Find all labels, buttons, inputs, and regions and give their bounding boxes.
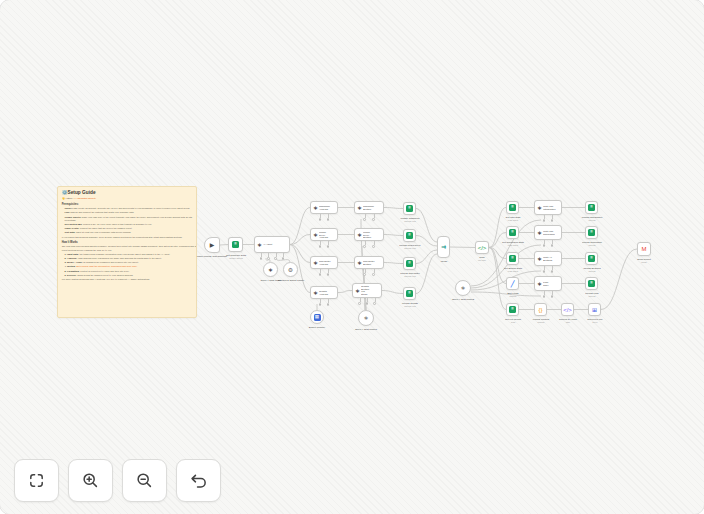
sheets-icon: ≡: [509, 229, 516, 236]
setup-guide-content: ⚙️Setup Guide👋 Author: AI Automation Soc…: [58, 187, 197, 286]
node-box: ≡: [585, 252, 598, 265]
note-line: 3. Merge + Code: all branches are combin…: [65, 261, 197, 264]
sub-node-port: [274, 257, 277, 260]
note-line: ⚙️Setup Guide: [62, 190, 197, 195]
zoom-in-button[interactable]: [68, 459, 113, 502]
node-box: ∗Growth Analysis: [310, 286, 338, 299]
node-box: ≡: [228, 237, 243, 252]
fit-view-button[interactable]: [14, 459, 59, 502]
sub-node-port: [543, 270, 546, 273]
connection-edge: [220, 245, 228, 246]
openai-icon: ∗: [357, 205, 362, 211]
sheets-icon: ≡: [588, 280, 595, 287]
sub-node-port: [267, 257, 270, 260]
merge-icon: ⇉: [441, 244, 446, 250]
note-line: 6. Delivery: Gmail sends the finished re…: [65, 274, 197, 277]
node-title: Growth Section (via steps): [361, 285, 369, 296]
sub-node-port: [319, 273, 322, 276]
parser-icon: ⚙: [288, 267, 293, 273]
openai-icon: ∗: [268, 267, 273, 273]
sub-node-port: [363, 218, 366, 221]
connection-edge: [338, 291, 352, 293]
node-title: Write The Introduction: [543, 205, 556, 210]
fit-view-icon: [27, 471, 46, 490]
connection-edge: [384, 235, 403, 236]
note-line: OpenAI API: create an account, generate …: [65, 207, 197, 210]
sub-node-port: [372, 273, 375, 276]
openai-icon: ∗: [357, 260, 362, 266]
openai-icon: ∗: [537, 205, 542, 211]
note-line: Gmail OAuth: connect the inbox that will…: [65, 227, 197, 230]
node-title: Media-buyer Section: [363, 231, 371, 239]
node-title: Champion Section: [363, 205, 374, 210]
connection-edge: [416, 209, 437, 243]
note-line: Google Sheets: make your own copy of the…: [65, 215, 197, 221]
sheets-icon: ≡: [509, 255, 516, 262]
openai-gray-icon: ∗: [363, 315, 368, 321]
sub-node-port: [543, 244, 546, 247]
sheets-icon: ≡: [406, 232, 413, 239]
sub-node-port: [373, 302, 376, 305]
node-box: ≡: [506, 303, 519, 316]
sub-node-port: [319, 245, 322, 248]
sub-node-port: [358, 302, 361, 305]
node-box: ≡: [506, 226, 519, 239]
openai-icon: ∗: [537, 230, 542, 236]
node-box: ∗Write The Conclusion: [534, 225, 562, 240]
node-box: ∗Champion Analysis: [310, 201, 338, 214]
connection-edge: [384, 263, 403, 264]
node-title: Write All Sections: [543, 256, 552, 261]
node-box: </>: [561, 303, 574, 316]
note-line: 5. Formatting: content is converted to H…: [65, 269, 197, 272]
sheets-icon: ≡: [509, 204, 516, 211]
node-box: ∗Champion Section: [354, 201, 384, 214]
note-line: Test Data: insert at least one row of co…: [65, 231, 197, 234]
connection-edge: [416, 250, 437, 264]
memory-icon: ▦: [314, 314, 321, 321]
node-title: Copywriter Section: [363, 260, 374, 265]
connection-edge: [601, 249, 637, 310]
sub-node-port: [319, 218, 322, 221]
connection-edge: [384, 208, 403, 209]
cursor-icon: ▶: [210, 242, 215, 248]
sub-node-port: [543, 219, 546, 222]
connection-edge: [471, 292, 541, 296]
openai-icon: ∗: [313, 290, 318, 296]
undo-button[interactable]: [176, 459, 221, 502]
node-title: AI Agent: [263, 243, 273, 246]
node-title: Copywriter Analysis: [319, 260, 330, 265]
openai-gray-icon: ∗: [460, 285, 465, 291]
zoom-out-button[interactable]: [122, 459, 167, 502]
sub-node-port: [282, 257, 285, 260]
node-title: Champion Analysis: [319, 205, 330, 210]
node-box: ∗Write The Introduction: [534, 200, 562, 215]
node-box: ∗Copywriter Analysis: [310, 256, 338, 269]
note-line: Prerequisites:: [62, 203, 197, 206]
note-line: If you rebuild this workflow manually, k…: [62, 235, 197, 238]
openai-icon: ∗: [537, 256, 542, 262]
node-box: ≡: [585, 226, 598, 239]
zoom-in-icon: [81, 471, 100, 490]
node-title: Final Copy: [543, 281, 550, 286]
setup-guide-sticky-note[interactable]: ⚙️Setup Guide👋 Author: AI Automation Soc…: [57, 186, 197, 318]
sheets-icon: ≡: [406, 290, 413, 297]
sub-node-port: [543, 295, 546, 298]
note-line: Link: sign up and connect the platform t…: [65, 211, 197, 214]
node-title: Write The Conclusion: [543, 230, 555, 235]
node-box: ⇉: [437, 236, 450, 258]
node-box: ╱: [506, 277, 519, 290]
openai-icon: ∗: [355, 288, 360, 294]
node-box: ∗AI Agent: [254, 236, 290, 253]
node-box: ∗Copywriter Section: [354, 256, 384, 269]
node-box: ∗: [358, 310, 374, 326]
node-box: ∗Final Copy: [534, 276, 562, 291]
note-line: Self-hosted n8n: version 1.50+ so every …: [65, 223, 197, 226]
node-box: ∗Write All Sections: [534, 251, 562, 266]
convert-icon: ⊞: [592, 307, 597, 313]
zoom-out-icon: [135, 471, 154, 490]
undo-icon: [189, 471, 208, 490]
sub-node-port: [372, 218, 375, 221]
node-box: ∗: [455, 280, 471, 296]
openai-icon: ∗: [257, 242, 262, 248]
workflow-canvas[interactable]: ⚙️Setup Guide👋 Author: AI Automation Soc…: [0, 0, 704, 514]
